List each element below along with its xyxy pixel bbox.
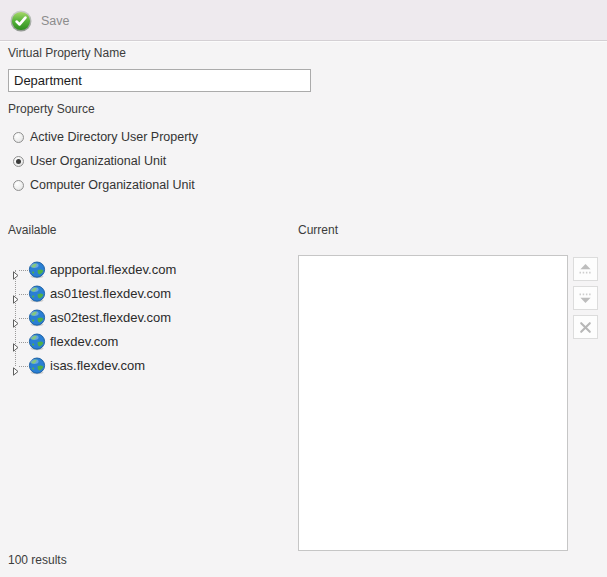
- tree-item-domain[interactable]: as01test.flexdev.com: [0, 282, 285, 306]
- radio-label: Active Directory User Property: [30, 130, 198, 144]
- property-source-radio[interactable]: Computer Organizational Unit: [13, 173, 293, 197]
- current-list-item[interactable]: [299, 282, 567, 306]
- save-check-icon: [10, 10, 32, 32]
- tree-item-domain[interactable]: appportal.flexdev.com: [0, 258, 285, 282]
- tree-item-domain[interactable]: flexdev.com: [0, 330, 285, 354]
- property-source-radio[interactable]: Active Directory User Property: [13, 125, 293, 149]
- radio-label: Computer Organizational Unit: [30, 178, 195, 192]
- tree-connector-stub: [19, 318, 28, 319]
- arrow-up-icon: [578, 263, 593, 275]
- x-icon: [579, 321, 592, 334]
- radio-circle-icon: [13, 132, 24, 143]
- property-source-radio-group: Active Directory User Property User Orga…: [13, 125, 293, 197]
- current-list-box[interactable]: [298, 255, 568, 551]
- radio-label: User Organizational Unit: [30, 154, 166, 168]
- save-button-label: Save: [41, 14, 70, 28]
- virtual-property-editor-window: Save Virtual Property Name Property Sour…: [0, 0, 607, 577]
- domain-name-label: isas.flexdev.com: [50, 358, 145, 373]
- domain-name-label: as01test.flexdev.com: [50, 286, 171, 301]
- tree-connector-stub: [19, 366, 28, 367]
- globe-icon: [28, 333, 46, 351]
- tree-item-domain[interactable]: as02test.flexdev.com: [0, 306, 285, 330]
- radio-circle-icon: [13, 156, 24, 167]
- radio-circle-icon: [13, 180, 24, 191]
- globe-icon: [28, 285, 46, 303]
- globe-icon: [28, 261, 46, 279]
- tree-item-domain[interactable]: isas.flexdev.com: [0, 354, 285, 378]
- results-count-status: 100 results: [8, 553, 67, 567]
- domain-name-label: flexdev.com: [50, 334, 118, 349]
- available-label: Available: [8, 223, 56, 237]
- remove-item-button[interactable]: [573, 315, 598, 339]
- domain-name-label: appportal.flexdev.com: [50, 262, 176, 277]
- available-domains-tree: appportal.flexdev.com: [0, 258, 285, 378]
- virtual-property-name-input[interactable]: [8, 69, 311, 92]
- current-list-item[interactable]: [299, 306, 567, 330]
- current-label: Current: [298, 223, 338, 237]
- tree-connector-stub: [19, 270, 28, 271]
- current-list-item[interactable]: [299, 258, 567, 282]
- move-down-button[interactable]: [573, 286, 598, 310]
- toolbar: Save: [0, 0, 607, 41]
- tree-connector-stub: [19, 342, 28, 343]
- globe-icon: [28, 309, 46, 327]
- tree-connector-stub: [19, 294, 28, 295]
- property-source-label: Property Source: [8, 102, 95, 116]
- virtual-property-name-label: Virtual Property Name: [8, 46, 126, 60]
- arrow-down-icon: [578, 292, 593, 304]
- property-source-radio[interactable]: User Organizational Unit: [13, 149, 293, 173]
- domain-name-label: as02test.flexdev.com: [50, 310, 171, 325]
- globe-icon: [28, 357, 46, 375]
- save-button[interactable]: Save: [8, 5, 80, 36]
- move-up-button[interactable]: [573, 257, 598, 281]
